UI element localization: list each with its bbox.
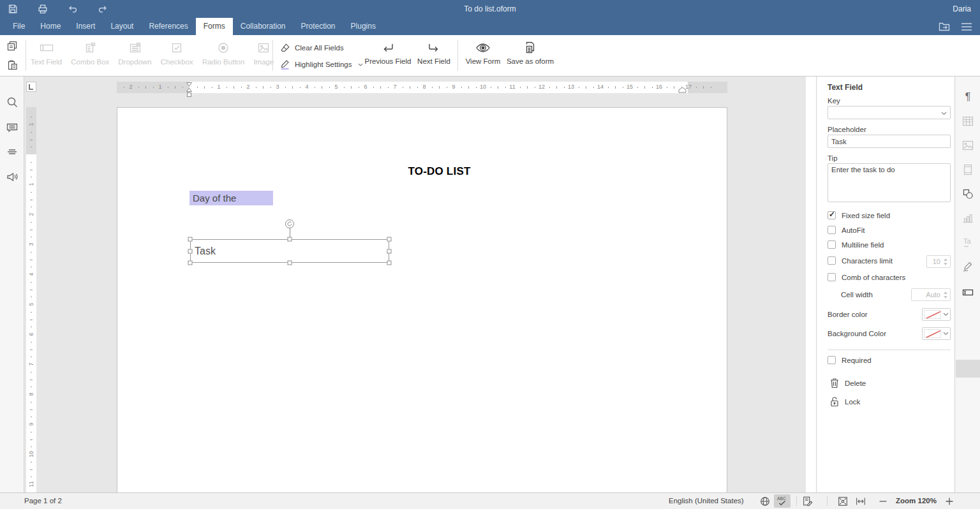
fit-to-width-button[interactable]	[855, 496, 866, 507]
text-field-button[interactable]: Text Field	[31, 40, 62, 66]
zoom-in-button[interactable]	[944, 496, 955, 507]
document-page[interactable]: TO-DO LIST Day of the Task	[117, 107, 727, 492]
resize-handle-s[interactable]	[288, 261, 292, 265]
vertical-ruler[interactable]: 11234567891011	[26, 107, 36, 492]
set-language-button[interactable]	[759, 496, 771, 507]
tab-insert[interactable]: Insert	[68, 18, 103, 35]
tab-plugins[interactable]: Plugins	[343, 18, 383, 35]
shapes-icon	[961, 188, 974, 200]
background-color-picker[interactable]	[922, 327, 951, 340]
multiline-field-checkbox[interactable]: Multiline field	[828, 240, 884, 249]
no-color-line-icon	[924, 330, 941, 338]
day-of-week-form-field[interactable]: Day of the	[189, 191, 273, 205]
resize-handle-n[interactable]	[288, 237, 292, 242]
tip-label: Tip	[828, 154, 838, 162]
combo-box-button[interactable]: Combo Box	[71, 40, 109, 66]
checkbox[interactable]	[828, 256, 836, 265]
zoom-level[interactable]: Zoom 120%	[896, 493, 937, 509]
fit-to-page-button[interactable]	[837, 496, 849, 507]
ruler-number: 3	[276, 84, 279, 91]
view-settings-button[interactable]	[961, 22, 972, 31]
next-field-button[interactable]: Next Field	[416, 41, 452, 65]
tip-textarea[interactable]: Enter the task to do	[828, 163, 951, 202]
image-settings-button[interactable]	[961, 139, 974, 152]
ruler-number: 5	[334, 84, 338, 91]
page-indicator[interactable]: Page 1 of 2	[24, 493, 62, 509]
spinner-arrows-icon[interactable]	[944, 291, 947, 299]
checkbox[interactable]	[828, 226, 836, 234]
border-color-picker[interactable]	[922, 308, 951, 321]
ruler-number: 1	[28, 181, 35, 188]
checkbox[interactable]	[828, 240, 836, 249]
document-heading: TO-DO LIST	[190, 165, 688, 178]
text-art-settings-button[interactable]: Ta	[961, 236, 974, 249]
tab-home[interactable]: Home	[33, 18, 68, 35]
horizontal-ruler[interactable]: 211234567891011121314151617	[117, 82, 727, 93]
placeholder-input[interactable]	[828, 135, 951, 148]
checkbox-button[interactable]: Checkbox	[161, 40, 193, 66]
resize-handle-se[interactable]	[387, 261, 392, 265]
previous-field-button[interactable]: Previous Field	[365, 41, 411, 65]
comb-of-characters-checkbox[interactable]: Comb of characters	[828, 273, 905, 281]
chevron-down-icon	[943, 332, 949, 336]
zoom-out-button[interactable]	[877, 496, 889, 507]
hamburger-menu-icon	[961, 22, 972, 31]
characters-limit-checkbox[interactable]: Characters limit	[828, 256, 893, 265]
shape-settings-button[interactable]	[961, 188, 974, 200]
key-select[interactable]	[828, 106, 951, 119]
highlight-settings-button[interactable]: Highlight Settings	[279, 59, 363, 70]
checkbox[interactable]	[828, 211, 836, 219]
cell-width-spinner[interactable]: Auto	[911, 288, 951, 301]
track-changes-button[interactable]	[802, 496, 813, 507]
feedback-button[interactable]	[6, 170, 19, 183]
ruler-number: 6	[28, 330, 35, 338]
language-selector[interactable]: English (United States)	[669, 493, 744, 509]
resize-handle-nw[interactable]	[188, 237, 193, 242]
image-button[interactable]: Image	[253, 40, 274, 66]
radio-button-button[interactable]: Radio Button	[202, 40, 245, 66]
document-canvas[interactable]: 211234567891011121314151617 112345678910…	[24, 77, 806, 492]
navigation-button[interactable]	[6, 145, 19, 158]
spinner-arrows-icon[interactable]	[944, 258, 947, 265]
copy-button[interactable]	[6, 40, 19, 52]
dropdown-button[interactable]: Dropdown	[118, 40, 151, 66]
chart-settings-button[interactable]	[961, 212, 974, 225]
lock-field-button[interactable]: Lock	[829, 396, 860, 407]
tab-stop-selector[interactable]	[26, 82, 36, 92]
resize-handle-sw[interactable]	[188, 261, 193, 265]
autofit-checkbox[interactable]: AutoFit	[828, 226, 865, 234]
checkbox[interactable]	[828, 356, 836, 364]
paragraph-settings-button[interactable]: ¶	[961, 91, 974, 103]
header-footer-settings-button[interactable]	[961, 163, 974, 176]
rotate-handle[interactable]	[285, 219, 295, 229]
form-settings-button[interactable]	[961, 286, 974, 299]
checkbox[interactable]	[828, 273, 836, 281]
tab-file[interactable]: File	[5, 18, 33, 35]
characters-limit-spinner[interactable]: 10	[926, 255, 951, 268]
signature-settings-button[interactable]	[961, 260, 974, 273]
tab-references[interactable]: References	[141, 18, 195, 35]
tab-collaboration[interactable]: Collaboration	[233, 18, 293, 35]
open-file-location-button[interactable]	[938, 21, 951, 33]
tab-protection[interactable]: Protection	[293, 18, 343, 35]
tab-forms[interactable]: Forms	[196, 18, 233, 35]
resize-handle-ne[interactable]	[387, 237, 392, 242]
resize-handle-w[interactable]	[188, 249, 193, 254]
resize-handle-e[interactable]	[387, 249, 392, 254]
table-settings-button[interactable]	[961, 115, 974, 128]
clear-all-fields-button[interactable]: Clear All Fields	[279, 42, 344, 54]
comments-button[interactable]	[6, 121, 19, 134]
delete-field-button[interactable]: Delete	[829, 378, 866, 388]
search-button[interactable]	[6, 96, 19, 108]
task-form-field[interactable]: Task	[190, 239, 389, 263]
paste-icon	[6, 59, 19, 71]
tabrow-right-icons	[938, 18, 972, 35]
left-indent-marker[interactable]	[186, 82, 193, 98]
tab-layout[interactable]: Layout	[103, 18, 141, 35]
save-as-oform-button[interactable]: Save as oform	[505, 41, 555, 65]
paste-button[interactable]	[6, 59, 19, 71]
spell-check-button[interactable]: ABC	[776, 496, 788, 507]
view-form-button[interactable]: View Form	[463, 41, 503, 65]
required-checkbox[interactable]: Required	[828, 356, 872, 364]
fixed-size-field-checkbox[interactable]: Fixed size field	[828, 211, 890, 219]
